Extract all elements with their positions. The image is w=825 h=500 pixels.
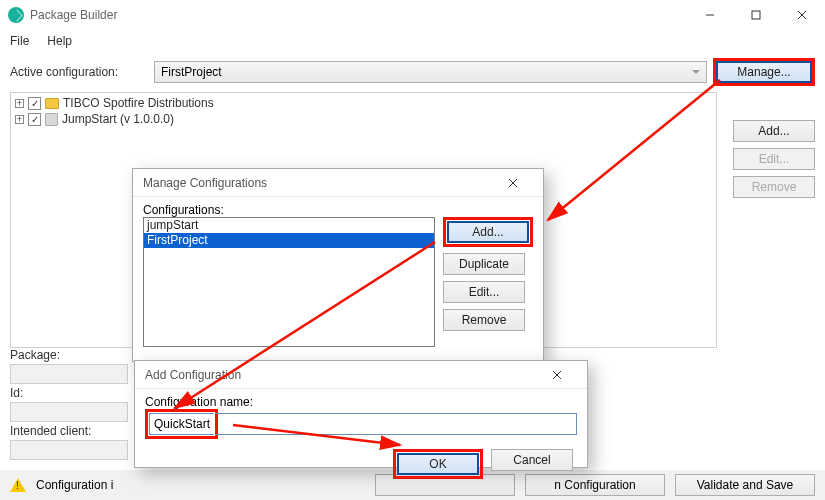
menu-file[interactable]: File [10, 34, 29, 48]
checkbox[interactable] [28, 97, 41, 110]
dialog-duplicate-button[interactable]: Duplicate [443, 253, 525, 275]
close-button[interactable] [779, 0, 825, 30]
active-config-select[interactable]: FirstProject [154, 61, 707, 83]
configurations-label: Configurations: [143, 203, 533, 217]
tree-row[interactable]: + JumpStart (v 1.0.0.0) [15, 111, 712, 127]
id-field [10, 402, 128, 422]
dialog-titlebar: Add Configuration [135, 361, 587, 389]
menu-bar: File Help [0, 30, 825, 52]
left-fields: Package: Id: Intended client: [10, 348, 128, 460]
package-field [10, 364, 128, 384]
add-button[interactable]: Add... [733, 120, 815, 142]
dialog-title: Add Configuration [145, 368, 241, 382]
client-label: Intended client: [10, 424, 128, 438]
menu-help[interactable]: Help [47, 34, 72, 48]
dialog-remove-button[interactable]: Remove [443, 309, 525, 331]
dialog-edit-button[interactable]: Edit... [443, 281, 525, 303]
tree-item-label: JumpStart (v 1.0.0.0) [62, 112, 174, 126]
side-buttons: Add... Edit... Remove [733, 120, 815, 198]
list-item[interactable]: FirstProject [144, 233, 434, 248]
folder-icon [45, 98, 59, 109]
svg-rect-1 [752, 11, 760, 19]
active-config-row: Active configuration: FirstProject Manag… [0, 52, 825, 92]
package-label: Package: [10, 348, 128, 362]
window-title: Package Builder [30, 8, 687, 22]
checkbox[interactable] [28, 113, 41, 126]
ok-button[interactable]: OK [397, 453, 479, 475]
highlight-ok: OK [393, 449, 483, 479]
config-name-value: QuickStart [154, 417, 210, 431]
validate-save-button[interactable]: Validate and Save [675, 474, 815, 496]
minimize-button[interactable] [687, 0, 733, 30]
remove-button: Remove [733, 176, 815, 198]
edit-button: Edit... [733, 148, 815, 170]
highlight-manage: Manage... [713, 58, 815, 86]
cancel-button[interactable]: Cancel [491, 449, 573, 471]
highlight-add: Add... [443, 217, 533, 247]
package-icon [45, 113, 58, 126]
dialog-titlebar: Manage Configurations [133, 169, 543, 197]
close-icon[interactable] [493, 178, 533, 188]
id-label: Id: [10, 386, 128, 400]
warning-icon [10, 478, 26, 492]
close-icon[interactable] [537, 370, 577, 380]
config-name-input[interactable] [215, 413, 577, 435]
tree-item-label: TIBCO Spotfire Distributions [63, 96, 214, 110]
highlight-name: QuickStart [145, 409, 218, 439]
config-name-label: Configuration name: [145, 395, 577, 409]
list-item[interactable]: jumpStart [144, 218, 434, 233]
status-text: Configuration i [36, 478, 113, 492]
window-controls [687, 0, 825, 30]
add-config-dialog: Add Configuration Configuration name: Qu… [134, 360, 588, 468]
active-config-value: FirstProject [161, 65, 222, 79]
configurations-list[interactable]: jumpStart FirstProject [143, 217, 435, 347]
tree-row[interactable]: + TIBCO Spotfire Distributions [15, 95, 712, 111]
app-icon [8, 7, 24, 23]
dialog-title: Manage Configurations [143, 176, 267, 190]
manage-button[interactable]: Manage... [716, 61, 812, 83]
client-field [10, 440, 128, 460]
expander-icon[interactable]: + [15, 99, 24, 108]
expander-icon[interactable]: + [15, 115, 24, 124]
manage-config-dialog: Manage Configurations Configurations: ju… [132, 168, 544, 362]
dialog-add-button[interactable]: Add... [447, 221, 529, 243]
chevron-down-icon [692, 70, 700, 74]
maximize-button[interactable] [733, 0, 779, 30]
titlebar: Package Builder [0, 0, 825, 30]
active-config-label: Active configuration: [10, 65, 148, 79]
